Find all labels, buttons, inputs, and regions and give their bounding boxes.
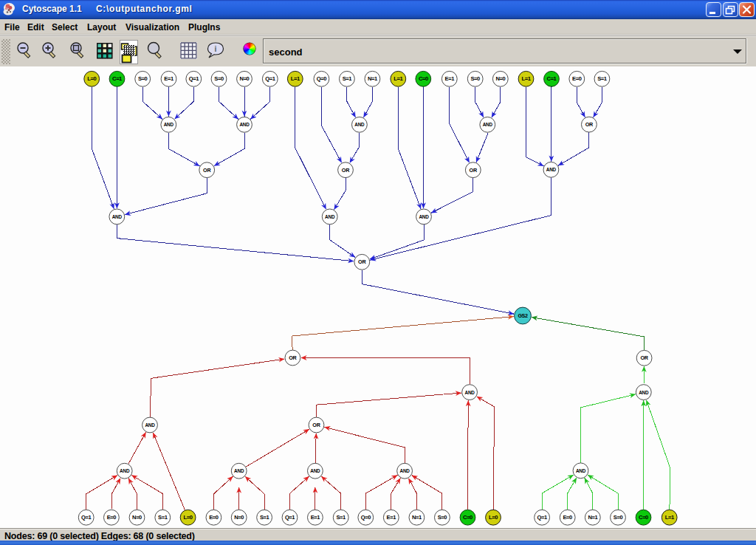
svg-text:C=0: C=0: [463, 514, 472, 521]
svg-text:AND: AND: [120, 468, 130, 473]
svg-text:N=1: N=1: [368, 75, 378, 82]
svg-text:L=1: L=1: [291, 75, 300, 82]
svg-text:Q=1: Q=1: [285, 514, 295, 521]
svg-text:i: i: [215, 44, 217, 53]
svg-text:E=0: E=0: [107, 514, 117, 521]
svg-text:Q=0: Q=0: [361, 514, 371, 521]
svg-text:Q=1: Q=1: [537, 514, 547, 521]
svg-text:E=1: E=1: [311, 514, 321, 521]
svg-text:C=0: C=0: [419, 75, 428, 82]
svg-text:AND: AND: [310, 468, 320, 473]
svg-text:N=0: N=0: [495, 75, 505, 82]
svg-text:AND: AND: [483, 122, 493, 127]
svg-text:S=0: S=0: [471, 75, 481, 82]
svg-text:OR: OR: [358, 258, 366, 265]
svg-text:N=1: N=1: [412, 514, 422, 521]
svg-text:E=0: E=0: [209, 514, 219, 521]
svg-text:AND: AND: [419, 214, 429, 219]
svg-text:E=1: E=1: [387, 514, 397, 521]
svg-text:AND: AND: [164, 122, 174, 127]
svg-text:OR: OR: [312, 422, 320, 428]
svg-text:Q=1: Q=1: [81, 514, 92, 521]
svg-text:AND: AND: [576, 468, 586, 473]
svg-text:Q=1: Q=1: [189, 75, 199, 82]
svg-text:AND: AND: [354, 122, 365, 127]
svg-text:S=1: S=1: [337, 514, 347, 521]
svg-text:L=0: L=0: [87, 75, 96, 82]
svg-text:S=0: S=0: [614, 514, 623, 521]
svg-text:Q=0: Q=0: [317, 75, 326, 82]
svg-text:C=0: C=0: [639, 514, 648, 521]
svg-text:GS2: GS2: [518, 312, 527, 319]
svg-text:AND: AND: [639, 390, 649, 395]
svg-text:L=0: L=0: [184, 514, 193, 521]
svg-text:Q=1: Q=1: [265, 75, 275, 82]
svg-text:L=0: L=0: [489, 514, 498, 521]
svg-text:OR: OR: [289, 354, 297, 361]
svg-text:OR: OR: [342, 167, 350, 174]
svg-text:L=1: L=1: [394, 75, 403, 82]
svg-text:AND: AND: [234, 468, 244, 473]
svg-text:OR: OR: [470, 167, 478, 174]
svg-text:OR: OR: [203, 167, 211, 174]
svg-text:S=1: S=1: [158, 514, 168, 521]
svg-text:AND: AND: [145, 422, 155, 428]
svg-text:S=0: S=0: [138, 75, 148, 82]
svg-text:E=0: E=0: [572, 75, 582, 82]
svg-text:N=0: N=0: [240, 75, 250, 82]
svg-text:AND: AND: [464, 390, 475, 395]
svg-text:OR: OR: [640, 354, 648, 361]
svg-text:AND: AND: [325, 214, 335, 219]
svg-text:S=0: S=0: [214, 75, 224, 82]
svg-text:L=1: L=1: [522, 75, 532, 82]
svg-text:S=1: S=1: [343, 75, 353, 82]
svg-text:S=1: S=1: [597, 75, 608, 82]
svg-text:OR: OR: [585, 121, 594, 128]
svg-text:AND: AND: [239, 122, 250, 127]
svg-text:AND: AND: [399, 468, 410, 473]
svg-text:E=0: E=0: [563, 514, 573, 521]
svg-text:N=0: N=0: [234, 514, 244, 521]
svg-text:N=1: N=1: [588, 514, 598, 521]
svg-text:E=1: E=1: [164, 75, 174, 82]
svg-text:N=0: N=0: [132, 514, 142, 521]
svg-text:L=1: L=1: [665, 514, 675, 521]
svg-text:AND: AND: [112, 214, 123, 219]
svg-text:S=1: S=1: [260, 514, 270, 521]
svg-text:C=1: C=1: [112, 75, 123, 82]
svg-text:C=1: C=1: [547, 75, 557, 82]
svg-text:E=1: E=1: [445, 75, 456, 82]
svg-text:S=0: S=0: [438, 514, 447, 521]
svg-text:AND: AND: [546, 167, 557, 172]
